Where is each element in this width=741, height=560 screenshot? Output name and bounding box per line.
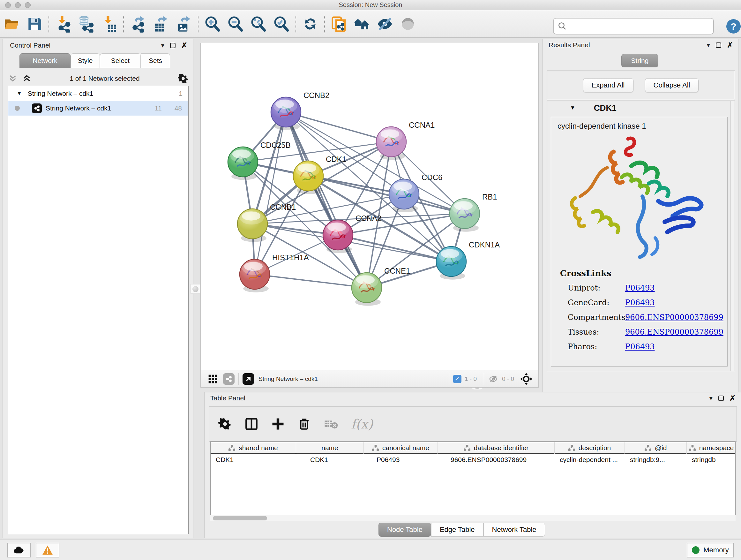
network-edge-CCNA2-CDKN1A[interactable] xyxy=(338,235,451,261)
cell-shared-name[interactable]: CDK1 xyxy=(211,454,296,466)
panel-collapse-icon[interactable]: ▾ xyxy=(707,41,710,49)
export-table-icon[interactable] xyxy=(149,13,172,35)
tab-string[interactable]: String xyxy=(621,54,658,67)
results-scrollbar[interactable] xyxy=(731,101,735,371)
uniprot-link[interactable]: P06493 xyxy=(625,284,655,293)
cell-database-identifier[interactable]: 9606.ENSP00000378699 xyxy=(438,454,555,466)
table-settings-gear-icon[interactable] xyxy=(218,417,232,431)
network-canvas[interactable]: CCNB2CCNA1CDC25BCDK1CDC6RB1CCNB1CCNA2CDK… xyxy=(201,43,538,370)
show-columns-icon[interactable] xyxy=(245,417,259,431)
panel-close-icon[interactable]: ✗ xyxy=(727,41,733,50)
minimize-window-icon[interactable] xyxy=(15,2,21,8)
cell-namespace[interactable]: stringdb xyxy=(687,454,736,466)
expand-all-icon[interactable] xyxy=(22,74,31,83)
network-node-RB1[interactable]: RB1 xyxy=(450,192,497,232)
refresh-icon[interactable] xyxy=(299,13,322,35)
delete-column-icon[interactable] xyxy=(297,417,311,431)
table-hscrollbar[interactable] xyxy=(210,515,736,521)
left-splitter-handle[interactable] xyxy=(191,284,200,294)
table-hscrollbar-thumb[interactable] xyxy=(213,516,267,520)
network-edge-HIST1H1A-CCNE1[interactable] xyxy=(255,274,367,288)
pharos-link[interactable]: P06493 xyxy=(625,342,655,351)
network-node-CDKN1A[interactable]: CDKN1A xyxy=(436,240,500,280)
export-network-icon[interactable] xyxy=(126,13,149,35)
column-header-shared-name[interactable]: shared name xyxy=(211,442,296,454)
tree-expand-icon[interactable]: ▼ xyxy=(17,90,22,97)
add-column-icon[interactable] xyxy=(271,417,285,431)
maximize-window-icon[interactable] xyxy=(25,2,30,8)
column-header-canonical-name[interactable]: canonical name xyxy=(364,442,438,454)
panel-float-icon[interactable] xyxy=(716,43,721,48)
network-row[interactable]: String Network – cdk1 11 48 xyxy=(8,101,188,116)
cell-description[interactable]: cyclin-dependent ... xyxy=(555,454,625,466)
network-collection-row[interactable]: ▼ String Network – cdk1 1 xyxy=(8,86,188,101)
zoom-out-icon[interactable] xyxy=(224,13,247,35)
detach-view-icon[interactable] xyxy=(243,373,254,385)
zoom-in-icon[interactable] xyxy=(201,13,224,35)
column-header-id[interactable]: @id xyxy=(625,442,687,454)
collapse-all-icon[interactable] xyxy=(8,74,17,83)
network-share-icon[interactable] xyxy=(223,373,234,385)
tab-node-table[interactable]: Node Table xyxy=(379,523,431,537)
export-image-icon[interactable] xyxy=(172,13,195,35)
zoom-fit-icon[interactable] xyxy=(247,13,270,35)
network-edge-CCNB2-HIST1H1A[interactable] xyxy=(255,112,286,274)
network-node-CCNE1[interactable]: CCNE1 xyxy=(352,266,410,306)
duplicate-network-icon[interactable] xyxy=(327,13,350,35)
warning-button[interactable] xyxy=(36,543,59,557)
show-all-icon[interactable] xyxy=(350,13,374,35)
hidden-eye-icon[interactable] xyxy=(488,374,499,384)
save-session-icon[interactable] xyxy=(23,13,46,35)
panel-float-icon[interactable] xyxy=(170,43,176,48)
window-traffic-lights[interactable] xyxy=(5,2,30,8)
network-node-HIST1H1A[interactable]: HIST1H1A xyxy=(240,253,309,293)
tissues-link[interactable]: 9606.ENSP00000378699 xyxy=(625,327,724,336)
table-row[interactable]: CDK1 CDK1 P06493 9606.ENSP00000378699 cy… xyxy=(211,454,735,466)
tab-sets[interactable]: Sets xyxy=(141,53,170,68)
birdseye-crosshair-icon[interactable] xyxy=(520,373,533,385)
column-header-database-identifier[interactable]: database identifier xyxy=(438,442,555,454)
zoom-selected-icon[interactable] xyxy=(270,13,293,35)
toolbar-search[interactable] xyxy=(553,18,714,35)
search-input[interactable] xyxy=(567,22,704,30)
cloud-button[interactable] xyxy=(7,543,30,557)
panel-collapse-icon[interactable]: ▾ xyxy=(710,394,713,402)
selected-nodes-checkbox-icon[interactable]: ✓ xyxy=(453,375,461,383)
tab-select[interactable]: Select xyxy=(100,53,141,68)
tab-network-table[interactable]: Network Table xyxy=(483,523,545,537)
collapse-all-button[interactable]: Collapse All xyxy=(645,78,699,92)
open-file-icon[interactable] xyxy=(0,13,23,35)
panel-close-icon[interactable]: ✗ xyxy=(730,394,736,402)
import-network-database-icon[interactable] xyxy=(75,13,98,35)
panel-close-icon[interactable]: ✗ xyxy=(181,41,187,50)
expand-all-button[interactable]: Expand All xyxy=(583,78,633,92)
help-button[interactable]: ? xyxy=(726,19,741,34)
hide-selected-icon[interactable] xyxy=(374,13,396,35)
close-window-icon[interactable] xyxy=(5,2,11,8)
cell-canonical-name[interactable]: P06493 xyxy=(364,454,438,466)
network-node-CCNA1[interactable]: CCNA1 xyxy=(376,121,434,160)
panel-float-icon[interactable] xyxy=(718,395,724,401)
network-node-CDK1[interactable]: CDK1 xyxy=(293,155,346,194)
grid-view-icon[interactable] xyxy=(208,374,218,384)
column-header-name[interactable]: name xyxy=(296,442,364,454)
column-header-namespace[interactable]: namespace xyxy=(687,442,736,454)
tab-style[interactable]: Style xyxy=(71,53,100,68)
tab-edge-table[interactable]: Edge Table xyxy=(431,523,483,537)
cell-name[interactable]: CDK1 xyxy=(296,454,364,466)
network-view[interactable]: CCNB2CCNA1CDC25BCDK1CDC6RB1CCNB1CCNA2CDK… xyxy=(200,43,539,388)
gene-expand-icon[interactable]: ▼ xyxy=(570,105,576,111)
panel-collapse-icon[interactable]: ▾ xyxy=(161,42,164,49)
node-table[interactable]: shared name name canonical name database… xyxy=(210,442,736,515)
memory-button[interactable]: Memory xyxy=(687,543,734,557)
compartments-link[interactable]: 9606.ENSP00000378699 xyxy=(625,313,724,322)
import-network-icon[interactable] xyxy=(52,13,75,35)
gear-icon[interactable] xyxy=(178,73,189,84)
network-node-CCNB2[interactable]: CCNB2 xyxy=(271,91,329,130)
column-header-description[interactable]: description xyxy=(555,442,625,454)
cell-id[interactable]: stringdb:9... xyxy=(625,454,687,466)
node-label-CCNB2: CCNB2 xyxy=(304,91,329,100)
tab-network[interactable]: Network xyxy=(19,53,71,68)
import-table-icon[interactable] xyxy=(98,13,121,35)
genecard-link[interactable]: P06493 xyxy=(625,298,655,307)
